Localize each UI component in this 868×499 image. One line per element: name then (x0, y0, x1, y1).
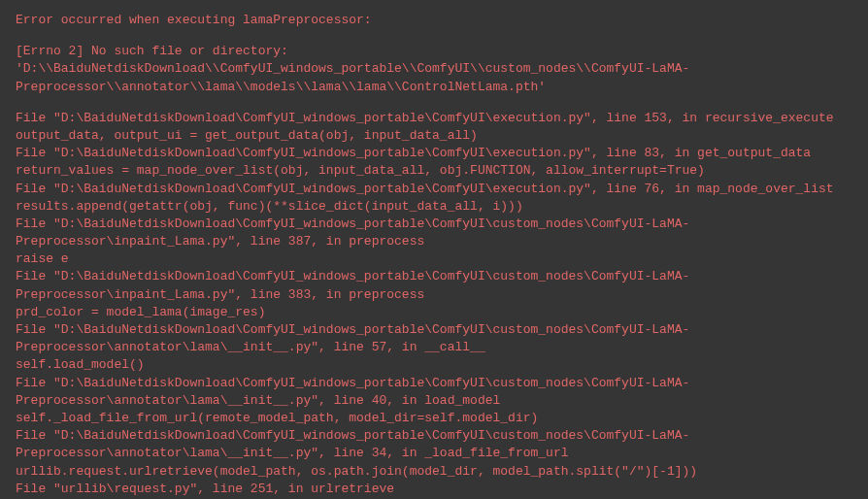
trace-line: File "D:\BaiduNetdiskDownload\ComfyUI_wi… (16, 268, 852, 303)
trace-line: File "D:\BaiduNetdiskDownload\ComfyUI_wi… (16, 110, 852, 127)
error-errno: [Errno 2] No such file or directory: (16, 44, 288, 58)
trace-line: File "D:\BaiduNetdiskDownload\ComfyUI_wi… (16, 321, 852, 356)
trace-line: self.load_model() (16, 356, 852, 374)
error-output: Error occurred when executing lamaPrepro… (16, 12, 852, 498)
trace-line: File "D:\BaiduNetdiskDownload\ComfyUI_wi… (16, 375, 852, 410)
trace-line: File "urllib\request.py", line 251, in u… (16, 481, 852, 498)
trace-line: File "D:\BaiduNetdiskDownload\ComfyUI_wi… (16, 216, 852, 250)
error-detail: [Errno 2] No such file or directory: 'D:… (16, 43, 852, 96)
trace-line: File "D:\BaiduNetdiskDownload\ComfyUI_wi… (16, 181, 852, 198)
trace-line: results.append(getattr(obj, func)(**slic… (16, 198, 852, 216)
trace-line: prd_color = model_lama(image_res) (16, 304, 852, 321)
trace-line: output_data, output_ui = get_output_data… (16, 127, 852, 145)
traceback: File "D:\BaiduNetdiskDownload\ComfyUI_wi… (16, 110, 852, 498)
trace-line: urllib.request.urlretrieve(model_path, o… (16, 463, 852, 481)
trace-line: File "D:\BaiduNetdiskDownload\ComfyUI_wi… (16, 427, 852, 462)
trace-line: raise e (16, 250, 852, 268)
trace-line: self._load_file_from_url(remote_model_pa… (16, 410, 852, 427)
trace-line: File "D:\BaiduNetdiskDownload\ComfyUI_wi… (16, 145, 852, 162)
error-path: 'D:\\BaiduNetdiskDownload\\ComfyUI_windo… (16, 61, 689, 93)
error-title: Error occurred when executing lamaPrepro… (16, 12, 852, 29)
trace-line: return_values = map_node_over_list(obj, … (16, 162, 852, 180)
